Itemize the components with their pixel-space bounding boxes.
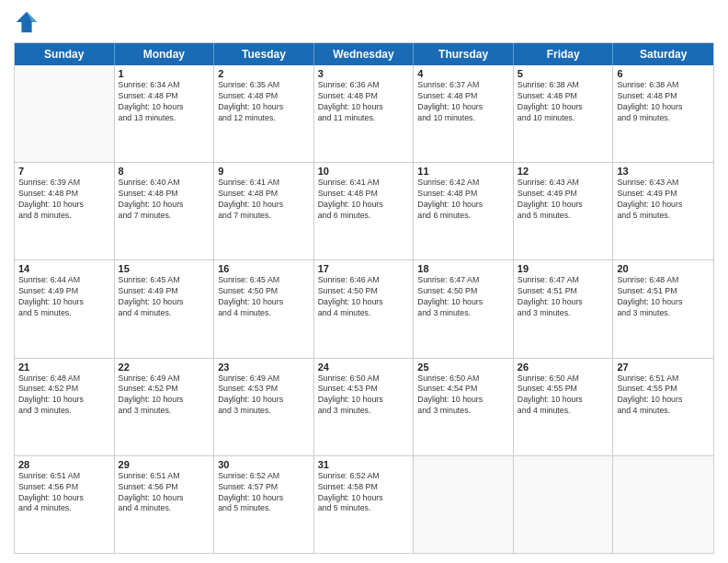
day-number: 30 — [218, 459, 310, 470]
calendar-cell-w3-d0: 21Sunrise: 6:48 AM Sunset: 4:52 PM Dayli… — [15, 359, 115, 455]
day-info: Sunrise: 6:50 AM Sunset: 4:55 PM Dayligh… — [518, 373, 609, 418]
day-number: 26 — [518, 362, 609, 373]
day-number: 7 — [18, 166, 110, 177]
day-number: 29 — [119, 459, 210, 470]
calendar-cell-w4-d0: 28Sunrise: 6:51 AM Sunset: 4:56 PM Dayli… — [15, 456, 115, 553]
calendar-cell-w2-d0: 14Sunrise: 6:44 AM Sunset: 4:49 PM Dayli… — [15, 260, 115, 357]
calendar-cell-w2-d6: 20Sunrise: 6:48 AM Sunset: 4:51 PM Dayli… — [613, 260, 713, 357]
calendar-cell-w2-d4: 18Sunrise: 6:47 AM Sunset: 4:50 PM Dayli… — [414, 260, 514, 357]
day-number: 16 — [218, 263, 310, 274]
day-info: Sunrise: 6:46 AM Sunset: 4:50 PM Dayligh… — [318, 275, 410, 319]
day-info: Sunrise: 6:44 AM Sunset: 4:49 PM Dayligh… — [18, 275, 110, 319]
calendar-cell-w0-d2: 2Sunrise: 6:35 AM Sunset: 4:48 PM Daylig… — [214, 65, 314, 162]
calendar-row-1: 7Sunrise: 6:39 AM Sunset: 4:48 PM Daylig… — [15, 163, 713, 260]
day-info: Sunrise: 6:39 AM Sunset: 4:48 PM Dayligh… — [18, 178, 110, 222]
calendar-header: SundayMondayTuesdayWednesdayThursdayFrid… — [15, 43, 713, 65]
day-info: Sunrise: 6:43 AM Sunset: 4:49 PM Dayligh… — [617, 178, 710, 222]
logo — [14, 9, 43, 35]
calendar-row-4: 28Sunrise: 6:51 AM Sunset: 4:56 PM Dayli… — [15, 456, 713, 553]
page: SundayMondayTuesdayWednesdayThursdayFrid… — [0, 0, 728, 563]
day-info: Sunrise: 6:38 AM Sunset: 4:48 PM Dayligh… — [617, 80, 710, 124]
day-info: Sunrise: 6:52 AM Sunset: 4:58 PM Dayligh… — [318, 471, 410, 515]
calendar-cell-w2-d1: 15Sunrise: 6:45 AM Sunset: 4:49 PM Dayli… — [115, 260, 215, 357]
calendar-row-0: 1Sunrise: 6:34 AM Sunset: 4:48 PM Daylig… — [15, 65, 713, 163]
day-number: 14 — [18, 263, 110, 274]
day-number: 22 — [119, 362, 210, 373]
day-info: Sunrise: 6:45 AM Sunset: 4:50 PM Dayligh… — [218, 275, 310, 319]
calendar-cell-w1-d0: 7Sunrise: 6:39 AM Sunset: 4:48 PM Daylig… — [15, 163, 115, 259]
calendar-body: 1Sunrise: 6:34 AM Sunset: 4:48 PM Daylig… — [15, 65, 713, 553]
day-number: 15 — [119, 263, 210, 274]
day-number: 8 — [119, 166, 210, 177]
calendar: SundayMondayTuesdayWednesdayThursdayFrid… — [14, 42, 714, 554]
calendar-cell-w2-d2: 16Sunrise: 6:45 AM Sunset: 4:50 PM Dayli… — [214, 260, 314, 357]
calendar-cell-w4-d6 — [613, 456, 713, 553]
day-number: 23 — [218, 362, 310, 373]
calendar-cell-w0-d6: 6Sunrise: 6:38 AM Sunset: 4:48 PM Daylig… — [613, 65, 713, 162]
day-info: Sunrise: 6:45 AM Sunset: 4:49 PM Dayligh… — [119, 275, 210, 319]
day-info: Sunrise: 6:47 AM Sunset: 4:50 PM Dayligh… — [417, 275, 509, 319]
day-number: 19 — [518, 263, 609, 274]
day-number: 28 — [18, 459, 110, 470]
day-number: 27 — [617, 362, 710, 373]
day-info: Sunrise: 6:52 AM Sunset: 4:57 PM Dayligh… — [218, 471, 310, 515]
day-number: 24 — [318, 362, 410, 373]
day-info: Sunrise: 6:35 AM Sunset: 4:48 PM Dayligh… — [218, 80, 310, 124]
header-day-monday: Monday — [115, 43, 215, 65]
calendar-cell-w4-d3: 31Sunrise: 6:52 AM Sunset: 4:58 PM Dayli… — [314, 456, 415, 553]
day-number: 17 — [318, 263, 410, 274]
header-day-sunday: Sunday — [15, 43, 115, 65]
header — [14, 9, 714, 35]
calendar-cell-w0-d5: 5Sunrise: 6:38 AM Sunset: 4:48 PM Daylig… — [514, 65, 614, 162]
day-number: 3 — [318, 68, 410, 79]
calendar-cell-w3-d6: 27Sunrise: 6:51 AM Sunset: 4:55 PM Dayli… — [613, 359, 713, 455]
calendar-cell-w1-d5: 12Sunrise: 6:43 AM Sunset: 4:49 PM Dayli… — [514, 163, 614, 259]
day-number: 20 — [617, 263, 710, 274]
day-number: 11 — [417, 166, 509, 177]
calendar-cell-w3-d5: 26Sunrise: 6:50 AM Sunset: 4:55 PM Dayli… — [514, 359, 614, 455]
header-day-thursday: Thursday — [414, 43, 514, 65]
day-number: 4 — [417, 68, 509, 79]
day-number: 9 — [218, 166, 310, 177]
calendar-cell-w3-d1: 22Sunrise: 6:49 AM Sunset: 4:52 PM Dayli… — [115, 359, 215, 455]
calendar-cell-w3-d4: 25Sunrise: 6:50 AM Sunset: 4:54 PM Dayli… — [414, 359, 514, 455]
day-number: 13 — [617, 166, 710, 177]
day-number: 10 — [318, 166, 410, 177]
day-number: 12 — [518, 166, 609, 177]
day-info: Sunrise: 6:49 AM Sunset: 4:52 PM Dayligh… — [119, 373, 210, 418]
calendar-cell-w1-d1: 8Sunrise: 6:40 AM Sunset: 4:48 PM Daylig… — [115, 163, 215, 259]
day-info: Sunrise: 6:51 AM Sunset: 4:55 PM Dayligh… — [617, 373, 710, 418]
day-info: Sunrise: 6:51 AM Sunset: 4:56 PM Dayligh… — [119, 471, 210, 515]
calendar-cell-w0-d3: 3Sunrise: 6:36 AM Sunset: 4:48 PM Daylig… — [314, 65, 415, 162]
day-info: Sunrise: 6:49 AM Sunset: 4:53 PM Dayligh… — [218, 373, 310, 418]
calendar-cell-w1-d3: 10Sunrise: 6:41 AM Sunset: 4:48 PM Dayli… — [314, 163, 415, 259]
day-info: Sunrise: 6:41 AM Sunset: 4:48 PM Dayligh… — [318, 178, 410, 222]
calendar-cell-w1-d4: 11Sunrise: 6:42 AM Sunset: 4:48 PM Dayli… — [414, 163, 514, 259]
calendar-row-2: 14Sunrise: 6:44 AM Sunset: 4:49 PM Dayli… — [15, 260, 713, 358]
header-day-friday: Friday — [514, 43, 614, 65]
day-info: Sunrise: 6:51 AM Sunset: 4:56 PM Dayligh… — [18, 471, 110, 515]
day-number: 2 — [218, 68, 310, 79]
calendar-row-3: 21Sunrise: 6:48 AM Sunset: 4:52 PM Dayli… — [15, 359, 713, 456]
day-info: Sunrise: 6:40 AM Sunset: 4:48 PM Dayligh… — [119, 178, 210, 222]
day-info: Sunrise: 6:41 AM Sunset: 4:48 PM Dayligh… — [218, 178, 310, 222]
calendar-cell-w2-d3: 17Sunrise: 6:46 AM Sunset: 4:50 PM Dayli… — [314, 260, 415, 357]
calendar-cell-w3-d2: 23Sunrise: 6:49 AM Sunset: 4:53 PM Dayli… — [214, 359, 314, 455]
logo-icon — [14, 9, 40, 35]
header-day-tuesday: Tuesday — [214, 43, 314, 65]
day-number: 5 — [518, 68, 609, 79]
day-info: Sunrise: 6:36 AM Sunset: 4:48 PM Dayligh… — [318, 80, 410, 124]
calendar-cell-w0-d1: 1Sunrise: 6:34 AM Sunset: 4:48 PM Daylig… — [115, 65, 215, 162]
day-number: 31 — [318, 459, 410, 470]
day-number: 6 — [617, 68, 710, 79]
header-day-saturday: Saturday — [613, 43, 713, 65]
calendar-cell-w0-d4: 4Sunrise: 6:37 AM Sunset: 4:48 PM Daylig… — [414, 65, 514, 162]
calendar-cell-w4-d5 — [514, 456, 614, 553]
day-info: Sunrise: 6:50 AM Sunset: 4:53 PM Dayligh… — [318, 373, 410, 418]
day-number: 1 — [119, 68, 210, 79]
day-info: Sunrise: 6:47 AM Sunset: 4:51 PM Dayligh… — [518, 275, 609, 319]
calendar-cell-w3-d3: 24Sunrise: 6:50 AM Sunset: 4:53 PM Dayli… — [314, 359, 415, 455]
day-info: Sunrise: 6:48 AM Sunset: 4:51 PM Dayligh… — [617, 275, 710, 319]
calendar-cell-w1-d6: 13Sunrise: 6:43 AM Sunset: 4:49 PM Dayli… — [613, 163, 713, 259]
calendar-cell-w4-d4 — [414, 456, 514, 553]
